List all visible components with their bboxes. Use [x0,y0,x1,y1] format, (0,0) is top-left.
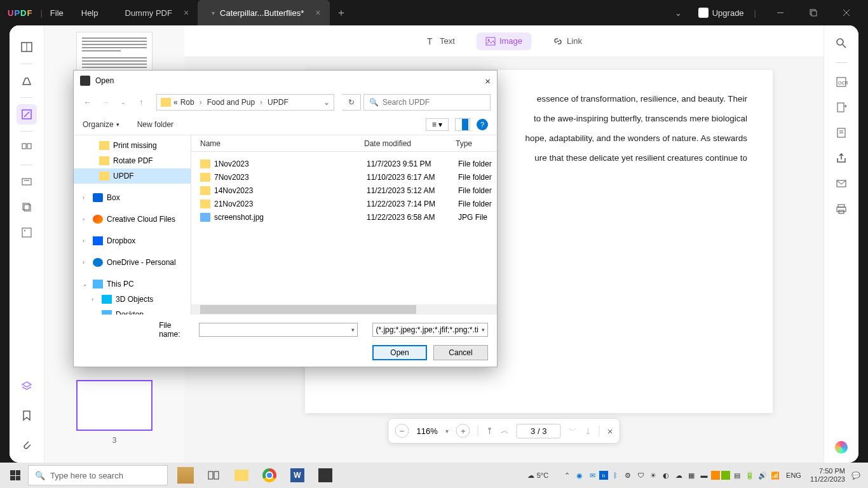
nav-back-button[interactable]: ← [80,95,95,110]
first-page-icon[interactable]: ⤒ [486,426,493,436]
tree-item[interactable]: ›Creative Cloud Files [74,212,191,227]
close-icon[interactable]: × [184,8,189,18]
attachment-icon[interactable] [17,435,37,455]
highlight-tool-icon[interactable] [17,71,37,91]
file-explorer-icon[interactable] [227,463,255,488]
breadcrumb-item[interactable]: Rob [180,98,194,107]
breadcrumb-item[interactable]: UPDF [268,98,288,107]
tray-volume-icon[interactable]: 🔊 [757,470,768,481]
text-tool-button[interactable]: T Text [417,32,464,50]
task-view-icon[interactable] [200,463,227,488]
tray-icon[interactable]: 🛡 [635,470,646,481]
prev-page-icon[interactable]: ︿ [501,425,509,437]
tree-item[interactable]: Rotate PDF [74,153,191,168]
horizontal-scrollbar[interactable] [191,304,497,315]
close-icon[interactable]: × [315,8,320,18]
language-indicator[interactable]: ENG [786,471,801,479]
tray-bluetooth-icon[interactable]: ᛒ [609,470,621,481]
upgrade-button[interactable]: Upgrade [698,8,744,18]
tree-item[interactable]: Print missing [74,138,191,153]
weather-widget[interactable]: ☁ 5°C [527,471,548,480]
refresh-button[interactable]: ↻ [342,94,361,111]
tree-item[interactable]: Desktop [74,307,191,315]
list-header[interactable]: Name Date modified Type [191,135,497,152]
minimize-button[interactable] [766,0,794,25]
tree-item-selected[interactable]: UPDF [74,168,191,184]
nav-history-chevron-icon[interactable]: ⌄ [116,95,131,110]
tray-icon[interactable]: ☀ [648,470,659,481]
file-row[interactable]: 21Nov202311/22/2023 7:14 PMFile folder [191,197,497,210]
close-button[interactable] [832,0,860,25]
zoom-dropdown-icon[interactable]: ▾ [445,428,449,435]
filetype-filter[interactable]: (*.jpg;*.jpeg;*.jpe;*.jfif;*.png;*.ti▾ [372,323,488,337]
start-button[interactable] [3,463,28,488]
notifications-icon[interactable]: 💬 [850,470,862,481]
clock[interactable]: 7:50 PM 11/22/2023 [810,467,845,484]
breadcrumb-item[interactable]: Food and Pup [207,98,255,107]
tray-icon[interactable]: ▤ [731,470,743,481]
file-row[interactable]: 7Nov202311/10/2023 6:17 AMFile folder [191,170,497,184]
link-tool-button[interactable]: Link [544,32,591,50]
folder-tree[interactable]: Print missing Rotate PDF UPDF ›Box ›Crea… [74,135,191,315]
menu-file[interactable]: File [50,8,64,18]
word-icon[interactable]: W [283,463,311,488]
tray-icon[interactable]: ⚙ [622,470,634,481]
image-tool-button[interactable]: Image [477,32,531,50]
nav-forward-button[interactable]: → [98,95,113,110]
column-type[interactable]: Type [456,139,494,148]
file-row[interactable]: 14Nov202311/21/2023 5:12 AMFile folder [191,184,497,197]
tab-dummy-pdf[interactable]: Dummy PDF × [116,0,198,25]
tray-icon[interactable]: ▦ [686,470,697,481]
view-mode-button[interactable]: ≡ ▾ [426,118,449,131]
dialog-search[interactable]: 🔍 [363,94,491,111]
search-icon[interactable] [835,37,848,50]
filename-input[interactable]: ▾ [199,323,358,337]
organize-button[interactable]: Organize ▾ [83,120,119,129]
tray-wifi-icon[interactable]: 📶 [770,470,781,481]
organize-tool-icon[interactable] [17,138,37,158]
menu-help[interactable]: Help [81,8,98,18]
preview-pane-button[interactable] [455,118,470,131]
maximize-button[interactable] [799,0,827,25]
compress-icon[interactable] [835,126,848,139]
crop-tool-icon[interactable] [17,197,37,217]
chevron-down-icon[interactable]: ▾ [212,10,215,17]
zoom-in-button[interactable]: + [456,424,470,438]
file-row[interactable]: screenshot.jpg11/22/2023 6:58 AMJPG File [191,210,497,224]
tree-item[interactable]: ›Dropbox [74,233,191,248]
zoom-out-button[interactable]: − [395,424,409,438]
email-icon[interactable] [835,177,848,190]
tree-item[interactable]: ›OneDrive - Personal [74,255,191,270]
bookmark-icon[interactable] [17,405,37,426]
page-thumbnail-selected[interactable] [76,380,153,431]
tray-battery-icon[interactable]: 🔋 [744,470,756,481]
tray-icon[interactable]: ▬ [698,470,710,481]
ocr-icon[interactable]: OCR [835,76,848,88]
tray-icon[interactable]: ⌃ [561,470,573,481]
nav-up-button[interactable]: ↑ [133,95,149,110]
tray-onedrive-icon[interactable]: ☁ [673,470,684,481]
ocr-tool-icon[interactable] [17,172,37,192]
tree-item[interactable]: ⌄This PC [74,276,191,292]
tab-overflow-chevron-icon[interactable]: ⌄ [675,8,682,18]
breadcrumb-dropdown-icon[interactable]: ⌄ [323,98,330,107]
cortana-icon[interactable] [172,463,200,488]
column-name[interactable]: Name [200,139,364,148]
edit-tool-icon[interactable] [17,104,37,125]
file-row[interactable]: 1Nov202311/7/2023 9:51 PMFile folder [191,157,497,170]
page-input[interactable]: 3 / 3 [517,424,561,438]
export-icon[interactable] [835,101,848,114]
last-page-icon[interactable]: ⤓ [585,426,592,436]
next-page-icon[interactable]: ﹀ [569,425,577,437]
tray-box-icon[interactable]: b [599,471,608,480]
share-icon[interactable] [835,152,848,165]
new-folder-button[interactable]: New folder [137,120,173,129]
close-zoombar-icon[interactable]: × [607,426,613,437]
form-tool-icon[interactable] [17,222,37,243]
tree-item[interactable]: ›Box [74,190,191,205]
help-button[interactable]: ? [477,119,488,130]
tray-icon[interactable]: ◐ [660,470,672,481]
tree-item[interactable]: ›3D Objects [74,292,191,307]
tray-icon[interactable] [711,471,720,480]
new-tab-button[interactable]: ＋ [336,6,346,20]
